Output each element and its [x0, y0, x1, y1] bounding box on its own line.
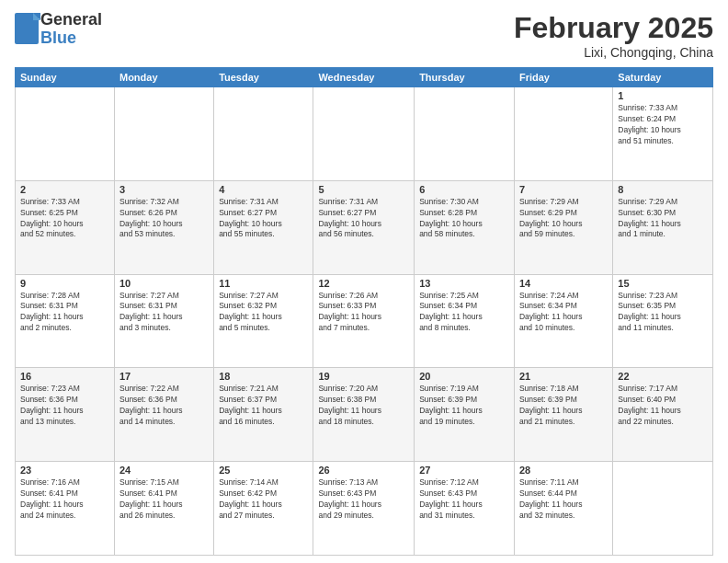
calendar-cell: 18Sunrise: 7:21 AM Sunset: 6:37 PM Dayli… — [214, 368, 313, 462]
page: General Blue February 2025 Lixi, Chongqi… — [0, 0, 728, 563]
calendar-row-4: 23Sunrise: 7:16 AM Sunset: 6:41 PM Dayli… — [16, 462, 713, 556]
day-number: 18 — [219, 371, 308, 382]
calendar: Sunday Monday Tuesday Wednesday Thursday… — [15, 67, 713, 556]
calendar-cell: 27Sunrise: 7:12 AM Sunset: 6:43 PM Dayli… — [415, 462, 515, 556]
day-number: 20 — [419, 371, 509, 382]
col-sunday: Sunday — [16, 68, 115, 87]
day-info: Sunrise: 7:18 AM Sunset: 6:39 PM Dayligh… — [519, 384, 608, 428]
calendar-cell: 23Sunrise: 7:16 AM Sunset: 6:41 PM Dayli… — [16, 462, 115, 556]
day-number: 6 — [419, 184, 509, 195]
day-info: Sunrise: 7:15 AM Sunset: 6:41 PM Dayligh… — [119, 477, 209, 522]
day-info: Sunrise: 7:12 AM Sunset: 6:43 PM Dayligh… — [419, 477, 509, 522]
location: Lixi, Chongqing, China — [514, 45, 713, 60]
calendar-cell: 4Sunrise: 7:31 AM Sunset: 6:27 PM Daylig… — [214, 180, 313, 274]
title-block: February 2025 Lixi, Chongqing, China — [514, 11, 713, 60]
day-number: 2 — [20, 184, 109, 195]
calendar-cell: 12Sunrise: 7:26 AM Sunset: 6:33 PM Dayli… — [313, 274, 415, 368]
day-info: Sunrise: 7:20 AM Sunset: 6:38 PM Dayligh… — [318, 384, 409, 428]
calendar-cell: 20Sunrise: 7:19 AM Sunset: 6:39 PM Dayli… — [415, 368, 515, 462]
day-info: Sunrise: 7:30 AM Sunset: 6:28 PM Dayligh… — [419, 197, 509, 241]
day-info: Sunrise: 7:31 AM Sunset: 6:27 PM Dayligh… — [219, 197, 308, 241]
calendar-cell: 7Sunrise: 7:29 AM Sunset: 6:29 PM Daylig… — [514, 180, 612, 274]
day-number: 24 — [119, 465, 209, 476]
day-info: Sunrise: 7:28 AM Sunset: 6:31 PM Dayligh… — [20, 291, 109, 335]
day-info: Sunrise: 7:31 AM Sunset: 6:27 PM Dayligh… — [318, 197, 409, 241]
calendar-header: Sunday Monday Tuesday Wednesday Thursday… — [16, 68, 713, 87]
calendar-cell: 6Sunrise: 7:30 AM Sunset: 6:28 PM Daylig… — [415, 180, 515, 274]
day-info: Sunrise: 7:25 AM Sunset: 6:34 PM Dayligh… — [419, 291, 509, 335]
day-number: 8 — [618, 184, 708, 195]
calendar-cell: 22Sunrise: 7:17 AM Sunset: 6:40 PM Dayli… — [613, 368, 713, 462]
day-info: Sunrise: 7:33 AM Sunset: 6:24 PM Dayligh… — [618, 103, 708, 147]
month-title: February 2025 — [514, 11, 713, 45]
calendar-cell: 13Sunrise: 7:25 AM Sunset: 6:34 PM Dayli… — [415, 274, 515, 368]
calendar-cell: 28Sunrise: 7:11 AM Sunset: 6:44 PM Dayli… — [514, 462, 612, 556]
calendar-cell: 16Sunrise: 7:23 AM Sunset: 6:36 PM Dayli… — [16, 368, 115, 462]
calendar-cell: 24Sunrise: 7:15 AM Sunset: 6:41 PM Dayli… — [114, 462, 213, 556]
header: General Blue February 2025 Lixi, Chongqi… — [15, 11, 713, 60]
calendar-table: Sunday Monday Tuesday Wednesday Thursday… — [15, 67, 713, 556]
day-number: 14 — [519, 278, 608, 289]
day-number: 17 — [119, 371, 209, 382]
calendar-cell: 15Sunrise: 7:23 AM Sunset: 6:35 PM Dayli… — [613, 274, 713, 368]
day-number: 7 — [519, 184, 608, 195]
day-info: Sunrise: 7:21 AM Sunset: 6:37 PM Dayligh… — [219, 384, 308, 428]
logo-icon — [15, 13, 40, 46]
day-number: 22 — [618, 371, 708, 382]
logo: General Blue — [15, 11, 102, 48]
col-thursday: Thursday — [415, 68, 515, 87]
day-number: 15 — [618, 278, 708, 289]
calendar-cell: 17Sunrise: 7:22 AM Sunset: 6:36 PM Dayli… — [114, 368, 213, 462]
header-row: Sunday Monday Tuesday Wednesday Thursday… — [16, 68, 713, 87]
day-info: Sunrise: 7:24 AM Sunset: 6:34 PM Dayligh… — [519, 291, 608, 335]
col-monday: Monday — [114, 68, 213, 87]
day-number: 28 — [519, 465, 608, 476]
day-info: Sunrise: 7:19 AM Sunset: 6:39 PM Dayligh… — [419, 384, 509, 428]
calendar-cell: 8Sunrise: 7:29 AM Sunset: 6:30 PM Daylig… — [613, 180, 713, 274]
logo-general-text: General — [40, 11, 102, 29]
day-number: 26 — [318, 465, 409, 476]
col-saturday: Saturday — [613, 68, 713, 87]
day-number: 5 — [318, 184, 409, 195]
calendar-cell: 10Sunrise: 7:27 AM Sunset: 6:31 PM Dayli… — [114, 274, 213, 368]
calendar-cell: 26Sunrise: 7:13 AM Sunset: 6:43 PM Dayli… — [313, 462, 415, 556]
calendar-cell — [16, 87, 115, 181]
col-friday: Friday — [514, 68, 612, 87]
col-wednesday: Wednesday — [313, 68, 415, 87]
calendar-row-0: 1Sunrise: 7:33 AM Sunset: 6:24 PM Daylig… — [16, 87, 713, 181]
day-info: Sunrise: 7:29 AM Sunset: 6:29 PM Dayligh… — [519, 197, 608, 241]
day-number: 13 — [419, 278, 509, 289]
calendar-cell — [313, 87, 415, 181]
calendar-row-2: 9Sunrise: 7:28 AM Sunset: 6:31 PM Daylig… — [16, 274, 713, 368]
calendar-cell: 11Sunrise: 7:27 AM Sunset: 6:32 PM Dayli… — [214, 274, 313, 368]
calendar-cell — [114, 87, 213, 181]
day-info: Sunrise: 7:23 AM Sunset: 6:36 PM Dayligh… — [20, 384, 109, 428]
day-number: 25 — [219, 465, 308, 476]
calendar-cell: 14Sunrise: 7:24 AM Sunset: 6:34 PM Dayli… — [514, 274, 612, 368]
day-number: 11 — [219, 278, 308, 289]
day-info: Sunrise: 7:26 AM Sunset: 6:33 PM Dayligh… — [318, 291, 409, 335]
day-info: Sunrise: 7:17 AM Sunset: 6:40 PM Dayligh… — [618, 384, 708, 428]
calendar-cell: 25Sunrise: 7:14 AM Sunset: 6:42 PM Dayli… — [214, 462, 313, 556]
calendar-cell: 1Sunrise: 7:33 AM Sunset: 6:24 PM Daylig… — [613, 87, 713, 181]
calendar-cell: 5Sunrise: 7:31 AM Sunset: 6:27 PM Daylig… — [313, 180, 415, 274]
day-info: Sunrise: 7:33 AM Sunset: 6:25 PM Dayligh… — [20, 197, 109, 241]
calendar-row-3: 16Sunrise: 7:23 AM Sunset: 6:36 PM Dayli… — [16, 368, 713, 462]
day-info: Sunrise: 7:27 AM Sunset: 6:32 PM Dayligh… — [219, 291, 308, 335]
day-number: 10 — [119, 278, 209, 289]
calendar-row-1: 2Sunrise: 7:33 AM Sunset: 6:25 PM Daylig… — [16, 180, 713, 274]
day-info: Sunrise: 7:22 AM Sunset: 6:36 PM Dayligh… — [119, 384, 209, 428]
day-number: 1 — [618, 90, 708, 101]
day-info: Sunrise: 7:13 AM Sunset: 6:43 PM Dayligh… — [318, 477, 409, 522]
day-number: 12 — [318, 278, 409, 289]
calendar-cell: 2Sunrise: 7:33 AM Sunset: 6:25 PM Daylig… — [16, 180, 115, 274]
day-number: 16 — [20, 371, 109, 382]
day-number: 21 — [519, 371, 608, 382]
calendar-cell: 21Sunrise: 7:18 AM Sunset: 6:39 PM Dayli… — [514, 368, 612, 462]
calendar-cell — [514, 87, 612, 181]
day-info: Sunrise: 7:29 AM Sunset: 6:30 PM Dayligh… — [618, 197, 708, 241]
day-info: Sunrise: 7:14 AM Sunset: 6:42 PM Dayligh… — [219, 477, 308, 522]
day-number: 19 — [318, 371, 409, 382]
day-number: 27 — [419, 465, 509, 476]
calendar-cell: 19Sunrise: 7:20 AM Sunset: 6:38 PM Dayli… — [313, 368, 415, 462]
